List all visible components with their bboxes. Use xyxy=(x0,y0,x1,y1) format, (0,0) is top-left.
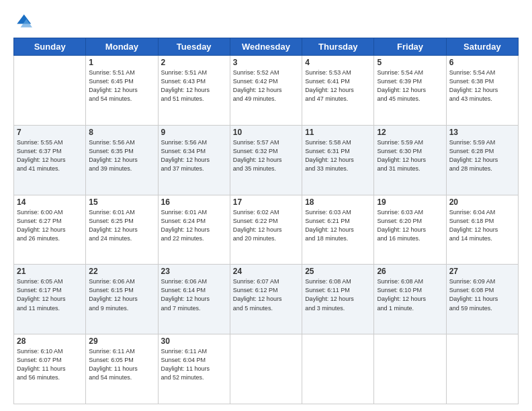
logo-icon xyxy=(13,12,32,31)
calendar-header-monday: Monday xyxy=(86,38,158,56)
calendar-cell: 27Sunrise: 6:09 AM Sunset: 6:08 PM Dayli… xyxy=(446,265,518,334)
cell-info: Sunrise: 6:11 AM Sunset: 6:05 PM Dayligh… xyxy=(89,347,154,382)
calendar-cell: 7Sunrise: 5:55 AM Sunset: 6:37 PM Daylig… xyxy=(14,125,86,195)
calendar-row-0: 1Sunrise: 5:51 AM Sunset: 6:45 PM Daylig… xyxy=(14,56,519,126)
calendar-row-4: 28Sunrise: 6:10 AM Sunset: 6:07 PM Dayli… xyxy=(14,334,519,404)
calendar-cell: 12Sunrise: 5:59 AM Sunset: 6:30 PM Dayli… xyxy=(374,125,446,195)
calendar-cell: 6Sunrise: 5:54 AM Sunset: 6:38 PM Daylig… xyxy=(446,56,518,126)
day-number: 7 xyxy=(17,128,83,137)
cell-info: Sunrise: 6:06 AM Sunset: 6:15 PM Dayligh… xyxy=(89,277,154,312)
calendar-row-3: 21Sunrise: 6:05 AM Sunset: 6:17 PM Dayli… xyxy=(14,265,519,334)
day-number: 12 xyxy=(377,128,443,137)
day-number: 17 xyxy=(233,197,299,207)
calendar-cell: 2Sunrise: 5:51 AM Sunset: 6:43 PM Daylig… xyxy=(158,56,230,126)
cell-info: Sunrise: 5:51 AM Sunset: 6:45 PM Dayligh… xyxy=(89,68,154,103)
calendar-cell xyxy=(302,334,374,404)
calendar-cell: 14Sunrise: 6:00 AM Sunset: 6:27 PM Dayli… xyxy=(14,195,86,265)
calendar-header-saturday: Saturday xyxy=(446,38,518,56)
logo xyxy=(13,12,35,31)
day-number: 10 xyxy=(233,128,299,137)
calendar-cell: 11Sunrise: 5:58 AM Sunset: 6:31 PM Dayli… xyxy=(302,125,374,195)
calendar-cell: 24Sunrise: 6:07 AM Sunset: 6:12 PM Dayli… xyxy=(230,265,302,334)
day-number: 18 xyxy=(305,197,371,207)
cell-info: Sunrise: 5:54 AM Sunset: 6:38 PM Dayligh… xyxy=(449,68,515,103)
cell-info: Sunrise: 5:51 AM Sunset: 6:43 PM Dayligh… xyxy=(161,68,227,103)
calendar-cell: 30Sunrise: 6:11 AM Sunset: 6:04 PM Dayli… xyxy=(158,334,230,404)
header xyxy=(13,12,519,31)
calendar-cell: 17Sunrise: 6:02 AM Sunset: 6:22 PM Dayli… xyxy=(230,195,302,265)
cell-info: Sunrise: 6:00 AM Sunset: 6:27 PM Dayligh… xyxy=(17,208,83,243)
day-number: 3 xyxy=(233,58,299,67)
day-number: 11 xyxy=(305,128,371,137)
cell-info: Sunrise: 5:59 AM Sunset: 6:30 PM Dayligh… xyxy=(377,138,443,173)
cell-info: Sunrise: 6:03 AM Sunset: 6:20 PM Dayligh… xyxy=(377,208,443,243)
cell-info: Sunrise: 6:05 AM Sunset: 6:17 PM Dayligh… xyxy=(17,277,83,312)
calendar-cell: 8Sunrise: 5:56 AM Sunset: 6:35 PM Daylig… xyxy=(86,125,158,195)
calendar-cell: 20Sunrise: 6:04 AM Sunset: 6:18 PM Dayli… xyxy=(446,195,518,265)
calendar-cell: 26Sunrise: 6:08 AM Sunset: 6:10 PM Dayli… xyxy=(374,265,446,334)
day-number: 14 xyxy=(17,197,83,207)
cell-info: Sunrise: 5:53 AM Sunset: 6:41 PM Dayligh… xyxy=(305,68,371,103)
day-number: 6 xyxy=(449,58,515,67)
day-number: 21 xyxy=(17,267,83,276)
calendar-cell: 16Sunrise: 6:01 AM Sunset: 6:24 PM Dayli… xyxy=(158,195,230,265)
cell-info: Sunrise: 5:55 AM Sunset: 6:37 PM Dayligh… xyxy=(17,138,83,173)
day-number: 2 xyxy=(161,58,227,67)
cell-info: Sunrise: 6:07 AM Sunset: 6:12 PM Dayligh… xyxy=(233,277,299,312)
calendar-header-row: SundayMondayTuesdayWednesdayThursdayFrid… xyxy=(14,38,519,56)
calendar-cell: 22Sunrise: 6:06 AM Sunset: 6:15 PM Dayli… xyxy=(86,265,158,334)
calendar-row-1: 7Sunrise: 5:55 AM Sunset: 6:37 PM Daylig… xyxy=(14,125,519,195)
day-number: 22 xyxy=(89,267,154,276)
calendar-cell: 15Sunrise: 6:01 AM Sunset: 6:25 PM Dayli… xyxy=(86,195,158,265)
cell-info: Sunrise: 6:01 AM Sunset: 6:24 PM Dayligh… xyxy=(161,208,227,243)
cell-info: Sunrise: 6:03 AM Sunset: 6:21 PM Dayligh… xyxy=(305,208,371,243)
cell-info: Sunrise: 5:59 AM Sunset: 6:28 PM Dayligh… xyxy=(449,138,515,173)
day-number: 15 xyxy=(89,197,154,207)
cell-info: Sunrise: 6:06 AM Sunset: 6:14 PM Dayligh… xyxy=(161,277,227,312)
day-number: 29 xyxy=(89,336,154,346)
cell-info: Sunrise: 5:56 AM Sunset: 6:34 PM Dayligh… xyxy=(161,138,227,173)
day-number: 19 xyxy=(377,197,443,207)
calendar-header-sunday: Sunday xyxy=(14,38,86,56)
page: SundayMondayTuesdayWednesdayThursdayFrid… xyxy=(0,0,532,411)
calendar-header-friday: Friday xyxy=(374,38,446,56)
cell-info: Sunrise: 6:11 AM Sunset: 6:04 PM Dayligh… xyxy=(161,347,227,382)
cell-info: Sunrise: 5:57 AM Sunset: 6:32 PM Dayligh… xyxy=(233,138,299,173)
cell-info: Sunrise: 5:52 AM Sunset: 6:42 PM Dayligh… xyxy=(233,68,299,103)
day-number: 20 xyxy=(449,197,515,207)
cell-info: Sunrise: 6:08 AM Sunset: 6:10 PM Dayligh… xyxy=(377,277,443,312)
calendar-row-2: 14Sunrise: 6:00 AM Sunset: 6:27 PM Dayli… xyxy=(14,195,519,265)
day-number: 9 xyxy=(161,128,227,137)
calendar-cell: 5Sunrise: 5:54 AM Sunset: 6:39 PM Daylig… xyxy=(374,56,446,126)
calendar-header-tuesday: Tuesday xyxy=(158,38,230,56)
cell-info: Sunrise: 5:54 AM Sunset: 6:39 PM Dayligh… xyxy=(377,68,443,103)
cell-info: Sunrise: 6:09 AM Sunset: 6:08 PM Dayligh… xyxy=(449,277,515,312)
calendar-header-wednesday: Wednesday xyxy=(230,38,302,56)
cell-info: Sunrise: 6:01 AM Sunset: 6:25 PM Dayligh… xyxy=(89,208,154,243)
calendar-cell: 21Sunrise: 6:05 AM Sunset: 6:17 PM Dayli… xyxy=(14,265,86,334)
day-number: 24 xyxy=(233,267,299,276)
calendar-cell: 3Sunrise: 5:52 AM Sunset: 6:42 PM Daylig… xyxy=(230,56,302,126)
day-number: 27 xyxy=(449,267,515,276)
calendar-cell: 9Sunrise: 5:56 AM Sunset: 6:34 PM Daylig… xyxy=(158,125,230,195)
calendar-table: SundayMondayTuesdayWednesdayThursdayFrid… xyxy=(13,38,519,404)
cell-info: Sunrise: 5:58 AM Sunset: 6:31 PM Dayligh… xyxy=(305,138,371,173)
calendar-cell: 25Sunrise: 6:08 AM Sunset: 6:11 PM Dayli… xyxy=(302,265,374,334)
calendar-cell xyxy=(374,334,446,404)
day-number: 28 xyxy=(17,336,83,346)
calendar-cell: 1Sunrise: 5:51 AM Sunset: 6:45 PM Daylig… xyxy=(86,56,158,126)
day-number: 26 xyxy=(377,267,443,276)
cell-info: Sunrise: 5:56 AM Sunset: 6:35 PM Dayligh… xyxy=(89,138,154,173)
day-number: 1 xyxy=(89,58,154,67)
calendar-header-thursday: Thursday xyxy=(302,38,374,56)
day-number: 5 xyxy=(377,58,443,67)
calendar-cell: 23Sunrise: 6:06 AM Sunset: 6:14 PM Dayli… xyxy=(158,265,230,334)
cell-info: Sunrise: 6:08 AM Sunset: 6:11 PM Dayligh… xyxy=(305,277,371,312)
calendar-cell xyxy=(230,334,302,404)
day-number: 16 xyxy=(161,197,227,207)
day-number: 25 xyxy=(305,267,371,276)
calendar-cell: 10Sunrise: 5:57 AM Sunset: 6:32 PM Dayli… xyxy=(230,125,302,195)
calendar-cell xyxy=(446,334,518,404)
calendar-cell: 29Sunrise: 6:11 AM Sunset: 6:05 PM Dayli… xyxy=(86,334,158,404)
day-number: 30 xyxy=(161,336,227,346)
